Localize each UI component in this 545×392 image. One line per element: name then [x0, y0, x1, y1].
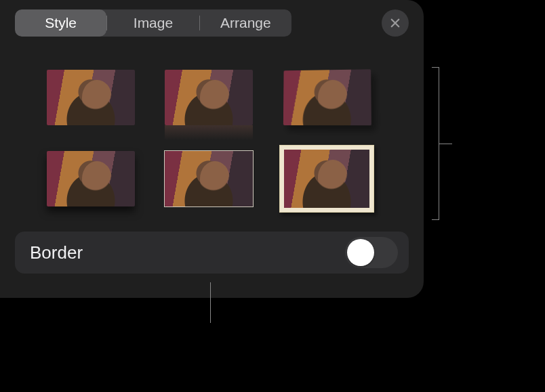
preset-thumbnail — [47, 151, 135, 206]
preset-thumbnail — [165, 70, 253, 125]
close-icon — [389, 17, 401, 29]
tab-segmented-control: Style Image Arrange — [15, 9, 291, 37]
tab-arrange[interactable]: Arrange — [200, 9, 291, 37]
border-row: Border — [15, 232, 409, 274]
tab-style[interactable]: Style — [15, 9, 106, 37]
tab-image-label: Image — [134, 15, 173, 31]
toggle-knob — [347, 239, 374, 266]
callout-line-border — [210, 282, 211, 323]
panel-header: Style Image Arrange — [15, 9, 409, 37]
border-toggle[interactable] — [345, 237, 398, 268]
preset-thumbnail — [47, 70, 135, 125]
preset-thumbnail — [283, 69, 371, 125]
style-preset-plain[interactable] — [43, 64, 138, 131]
tab-style-label: Style — [45, 15, 77, 31]
style-preset-drop-shadow[interactable] — [43, 145, 138, 213]
border-label: Border — [30, 242, 83, 263]
style-preset-tilt-shadow[interactable] — [279, 64, 374, 131]
style-preset-paper-frame[interactable] — [279, 145, 374, 213]
preset-thumbnail — [165, 151, 253, 206]
preset-thumbnail — [284, 150, 369, 208]
style-preset-reflection[interactable] — [161, 64, 256, 131]
tab-arrange-label: Arrange — [220, 15, 271, 31]
tab-image[interactable]: Image — [107, 9, 199, 37]
close-button[interactable] — [382, 9, 409, 37]
style-preset-thin-line[interactable] — [161, 145, 256, 213]
callout-bracket-styles — [428, 67, 439, 220]
style-presets-grid — [43, 64, 374, 213]
format-panel: Style Image Arrange — [0, 0, 424, 298]
